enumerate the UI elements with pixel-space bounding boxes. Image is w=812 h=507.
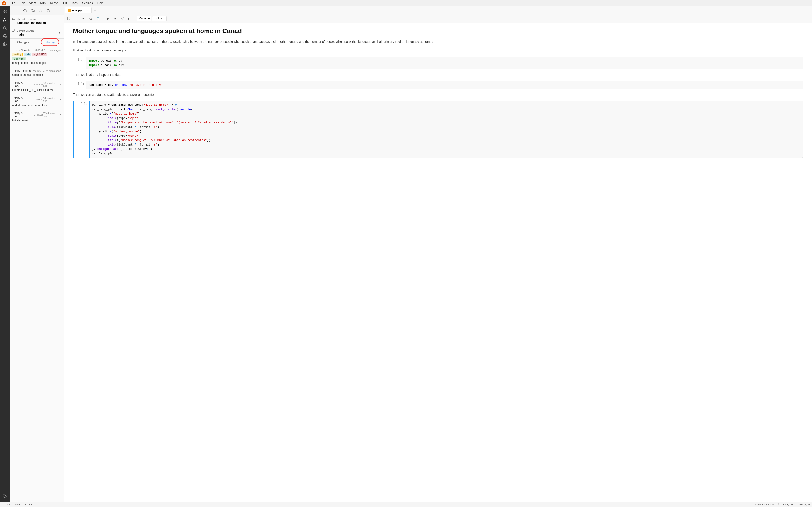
tab-changes[interactable]: Changes — [9, 39, 37, 46]
commit-message: changed axes scales for plot — [12, 61, 61, 64]
people-icon[interactable] — [1, 33, 8, 39]
commit-item[interactable]: Trevor Campbell cf73514 8 minutes ago ▾ … — [9, 46, 64, 67]
main-layout: Current Repository canadian_languages Cu… — [0, 6, 812, 502]
repo-label: Current Repository — [12, 17, 61, 20]
commit-header: Tiffany Timbers 7bd4068 60 minutes ago ▾ — [12, 69, 61, 72]
status-mode: Mode: Command — [755, 503, 774, 506]
app-logo — [2, 1, 6, 5]
right-panel: eda.ipynb ✕ + + ✂ ⧉ 📋 ▶ ■ ↺ ⏭ C — [64, 6, 812, 502]
commit-author: Tiffany A. Timb... — [12, 81, 32, 88]
commit-message: Initial commit — [12, 119, 61, 122]
code-line: import pandas as pd — [89, 59, 801, 63]
code-line: .title(["Mother tongue", "(number of Can… — [92, 138, 801, 143]
cell-input-active[interactable]: can_lang = can_lang[can_lang["most_at_ho… — [89, 101, 803, 158]
status-line: 1 — [2, 503, 4, 506]
commit-more[interactable]: ▾ — [60, 83, 61, 86]
notebook-intro: In the language data collected in the 20… — [73, 39, 803, 44]
settings-icon[interactable] — [1, 41, 8, 48]
pull-btn[interactable] — [30, 8, 36, 13]
tag-main: main — [23, 53, 31, 56]
menu-tabs[interactable]: Tabs — [69, 1, 79, 5]
cell-prompt: [ ]: — [73, 81, 84, 85]
commit-time: 80 minutes ago — [43, 82, 60, 87]
commit-more[interactable]: ▾ — [60, 69, 61, 72]
status-s: S 1 — [6, 503, 10, 506]
branch-chevron[interactable]: ▼ — [58, 31, 61, 35]
run-button[interactable]: ▶ — [105, 15, 111, 22]
commit-item[interactable]: Tiffany A. Timb... 07dc13f 87 minutes ag… — [9, 109, 64, 124]
commit-more[interactable]: ▾ — [60, 113, 61, 116]
svg-rect-19 — [12, 18, 15, 20]
commit-header: Tiffany A. Timb... 7e018aa 84 minutes ag… — [12, 97, 61, 103]
menu-run[interactable]: Run — [38, 1, 47, 5]
panel-toolbar — [9, 6, 64, 15]
code-line: can_lang_plot = alt.Chart(can_lang).mark… — [92, 107, 801, 112]
commit-hash: 7e018aa — [34, 98, 43, 101]
restart-button[interactable]: ↺ — [119, 15, 126, 22]
commit-time: 87 minutes ago — [43, 112, 60, 117]
notebook-section1: First we load the necessary packages: — [73, 48, 803, 53]
tag-working: working — [12, 53, 23, 56]
git-icon[interactable] — [1, 16, 8, 23]
validate-button[interactable]: Validate — [152, 16, 166, 21]
menu-git[interactable]: Git — [61, 1, 69, 5]
notebook-tab-eda[interactable]: eda.ipynb ✕ — [65, 7, 92, 13]
menu-file[interactable]: File — [9, 1, 17, 5]
cell-row: [ ]: can_lang = pd.read_csv("data/can_la… — [73, 81, 803, 90]
svg-rect-2 — [5, 10, 6, 11]
notebook-toolbar: + ✂ ⧉ 📋 ▶ ■ ↺ ⏭ Code Validate — [64, 14, 812, 23]
notebook-tab-icon — [68, 9, 71, 12]
code-line: x=alt.X("most_at_home") — [92, 112, 801, 116]
notebook-tab-close[interactable]: ✕ — [86, 9, 89, 12]
cut-button[interactable]: ✂ — [80, 15, 87, 22]
left-panel: Current Repository canadian_languages Cu… — [9, 6, 64, 502]
copy-button[interactable]: ⧉ — [88, 15, 94, 22]
commit-header: Trevor Campbell cf73514 8 minutes ago ▾ — [12, 49, 61, 52]
stop-button[interactable]: ■ — [112, 15, 118, 22]
refresh-btn[interactable] — [45, 8, 51, 13]
status-warning-icon: ⚠ — [777, 503, 779, 506]
save-button[interactable] — [66, 15, 72, 22]
status-r: R | Idle — [24, 503, 32, 506]
restart-run-button[interactable]: ⏭ — [126, 15, 133, 22]
menu-kernel[interactable]: Kernel — [48, 1, 60, 5]
commit-item[interactable]: Tiffany A. Timb... 7e018aa 84 minutes ag… — [9, 94, 64, 109]
svg-point-13 — [4, 35, 5, 36]
code-line: can_lang_plot — [92, 152, 801, 156]
svg-rect-4 — [5, 12, 6, 13]
add-cell-button[interactable]: + — [73, 15, 79, 22]
tag-origin-main: origin/main — [12, 57, 26, 60]
svg-line-9 — [4, 20, 5, 20]
cell-container-active: [ ]: can_lang = can_lang[can_lang["most_… — [73, 101, 803, 158]
icon-sidebar — [0, 6, 9, 502]
cell-row: [ ]: import pandas as pd import altair a… — [73, 57, 803, 69]
commit-item[interactable]: Tiffany A. Timb... 9bace99 80 minutes ag… — [9, 79, 64, 94]
svg-point-6 — [3, 20, 4, 21]
code-line: ).configure_axis(titleFontSize=12) — [92, 147, 801, 152]
notebook-title: Mother tongue and languages spoken at ho… — [73, 27, 803, 35]
cell-input[interactable]: can_lang = pd.read_csv("data/can_lang.cs… — [86, 81, 803, 90]
search-icon[interactable] — [1, 24, 8, 31]
commit-time: 8 minutes ago — [44, 49, 60, 52]
cell-input[interactable]: import pandas as pd import altair as alt — [86, 57, 803, 69]
commit-hash: 7bd4068 — [33, 69, 42, 72]
tab-history[interactable]: History — [37, 39, 64, 46]
add-tab-button[interactable]: + — [92, 7, 98, 13]
status-git: Git: idle — [13, 503, 21, 506]
extensions-icon[interactable] — [1, 493, 8, 500]
commit-more[interactable]: ▾ — [60, 98, 61, 101]
cell-type-select[interactable]: Code — [137, 16, 151, 21]
code-line: can_lang = pd.read_csv("data/can_lang.cs… — [89, 83, 801, 88]
commit-item[interactable]: Tiffany Timbers 7bd4068 60 minutes ago ▾… — [9, 67, 64, 79]
push-btn[interactable] — [22, 8, 28, 13]
panel-tabs: Changes History — [9, 39, 64, 46]
paste-button[interactable]: 📋 — [95, 15, 101, 22]
commit-more[interactable]: ▾ — [60, 49, 61, 52]
menu-view[interactable]: View — [28, 1, 37, 5]
files-icon[interactable] — [1, 8, 8, 15]
menu-settings[interactable]: Settings — [81, 1, 95, 5]
tag-btn[interactable] — [38, 8, 44, 13]
menu-help[interactable]: Help — [96, 1, 105, 5]
menu-edit[interactable]: Edit — [18, 1, 27, 5]
notebook-content: Mother tongue and languages spoken at ho… — [64, 23, 812, 502]
